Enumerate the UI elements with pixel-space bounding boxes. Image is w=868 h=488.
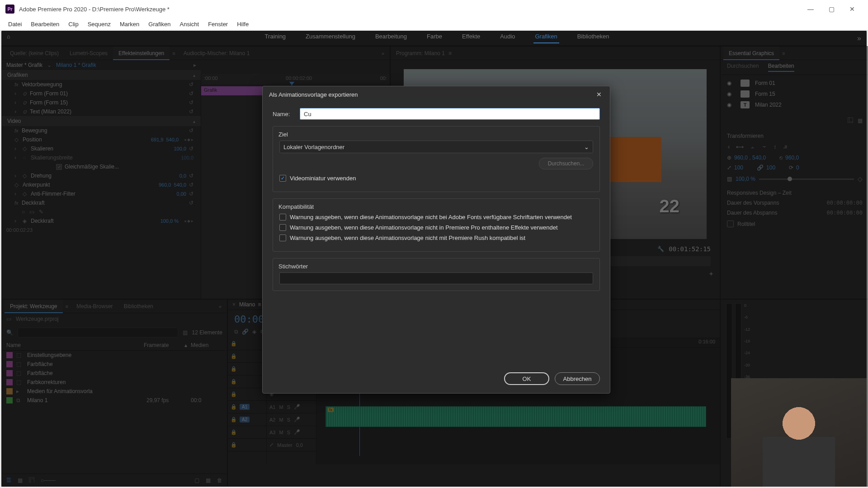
presenter-silhouette [763,396,835,487]
dialog-browse-button: Durchsuchen... [539,158,593,169]
menu-clip[interactable]: Clip [64,21,83,28]
dialog-name-input[interactable] [300,108,600,120]
dialog-keywords-input[interactable] [279,272,593,284]
menu-bar: Datei Bearbeiten Clip Sequenz Marken Gra… [0,18,868,31]
menu-edit[interactable]: Bearbeiten [26,21,64,28]
app-icon: Pr [5,5,14,14]
window-titlebar: Pr Adobe Premiere Pro 2020 - D:\Premiere… [0,0,868,18]
export-motion-template-dialog: Als Animationsvorlage exportieren ✕ Name… [262,86,610,394]
thumbnail-label: Videominiatur verwenden [290,175,356,182]
dialog-close-button[interactable]: ✕ [594,90,604,99]
menu-graphics[interactable]: Grafiken [144,21,175,28]
window-title: Adobe Premiere Pro 2020 - D:\Premiere Pr… [19,6,170,13]
thumbnail-checkbox[interactable]: ✓ [279,175,286,182]
compat-rush-label: Warnung ausgeben, wenn diese Animationsv… [290,235,525,241]
compat-rush-checkbox[interactable] [279,235,286,241]
chevron-down-icon: ⌄ [584,144,589,150]
dialog-title: Als Animationsvorlage exportieren [269,91,358,98]
menu-window[interactable]: Fenster [203,21,232,28]
dialog-cancel-button[interactable]: Abbrechen [555,372,600,385]
webcam-overlay [731,378,867,487]
dialog-dest-value: Lokaler Vorlagenordner [283,144,344,150]
minimize-button[interactable]: — [800,0,821,18]
menu-help[interactable]: Hilfe [232,21,253,28]
dialog-name-label: Name: [273,111,300,117]
menu-markers[interactable]: Marken [115,21,144,28]
menu-sequence[interactable]: Sequenz [83,21,115,28]
compat-effects-checkbox[interactable] [279,224,286,231]
compat-fonts-label: Warnung ausgeben, wenn diese Animationsv… [290,214,572,221]
dialog-compat-label: Kompatibilität [278,203,593,210]
dialog-ok-button[interactable]: OK [504,372,549,385]
dialog-dest-dropdown[interactable]: Lokaler Vorlagenordner ⌄ [279,141,593,153]
menu-file[interactable]: Datei [4,21,26,28]
dialog-dest-label: Ziel [278,131,593,138]
compat-fonts-checkbox[interactable] [279,214,286,221]
dialog-keywords-label: Stichwörter [278,263,593,270]
close-window-button[interactable]: ✕ [842,0,863,18]
maximize-button[interactable]: ▢ [821,0,842,18]
menu-view[interactable]: Ansicht [175,21,203,28]
compat-effects-label: Warnung ausgeben, wenn diese Animationsv… [290,224,558,231]
